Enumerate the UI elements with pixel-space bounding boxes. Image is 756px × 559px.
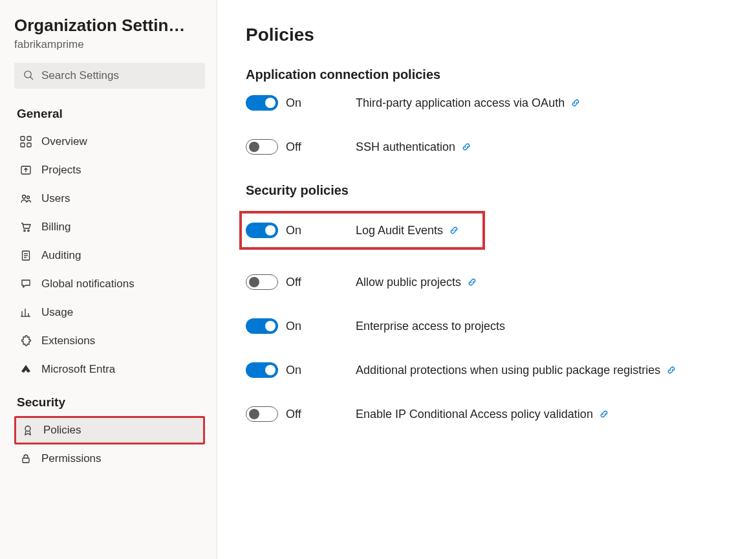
policy-row: OffEnable IP Conditional Access policy v…	[246, 406, 725, 422]
main-content: Policies Application connection policies…	[217, 0, 756, 559]
sidebar-item-label: Users	[41, 192, 70, 205]
toggle[interactable]	[246, 95, 278, 111]
sidebar-item-projects[interactable]: Projects	[14, 156, 205, 184]
toggle[interactable]	[246, 223, 278, 238]
toggle-state-label: Off	[286, 140, 301, 154]
policy-row: OffSSH authentication	[246, 139, 725, 155]
policy-label: Third-party application access via OAuth	[356, 96, 565, 110]
svg-line-1	[30, 77, 33, 80]
svg-rect-2	[21, 137, 25, 140]
toggle-state-label: On	[286, 320, 301, 333]
sidebar-item-label: Billing	[41, 221, 70, 234]
policy-label: Allow public projects	[356, 276, 461, 289]
toggle[interactable]	[246, 318, 278, 334]
policy-row: OffAllow public projects	[246, 274, 725, 290]
org-name: fabrikamprime	[14, 38, 205, 51]
toggle-state-label: Off	[286, 276, 301, 289]
section-title: Application connection policies	[246, 67, 725, 82]
grid-icon	[19, 135, 32, 148]
link-icon[interactable]	[468, 278, 477, 287]
svg-point-8	[27, 196, 30, 199]
policy-label: Additional protections when using public…	[356, 364, 660, 377]
svg-point-10	[28, 230, 29, 231]
sidebar-item-label: Overview	[41, 135, 87, 148]
sidebar-item-permissions[interactable]: Permissions	[14, 444, 205, 473]
toggle-state-label: On	[286, 96, 301, 110]
sidebar-item-microsoft-entra[interactable]: Microsoft Entra	[14, 355, 205, 384]
sidebar-item-billing[interactable]: Billing	[14, 213, 205, 241]
link-icon[interactable]	[667, 366, 676, 375]
cart-icon	[19, 221, 32, 234]
policy-row: OnThird-party application access via OAu…	[246, 95, 725, 111]
link-icon[interactable]	[462, 142, 471, 151]
sidebar-item-global-notifications[interactable]: Global notifications	[14, 270, 205, 298]
sidebar-item-auditing[interactable]: Auditing	[14, 241, 205, 270]
toggle-state-label: On	[286, 364, 301, 377]
toggle[interactable]	[246, 362, 278, 378]
link-icon[interactable]	[599, 410, 609, 419]
sidebar-item-policies[interactable]: Policies	[14, 416, 205, 444]
sidebar-title: Organization Settin…	[14, 16, 205, 36]
nav-group-header: General	[14, 107, 205, 121]
toggle-state-label: On	[286, 224, 301, 237]
policy-row: OnLog Audit Events	[239, 211, 485, 250]
entra-icon	[19, 363, 32, 376]
sidebar-item-label: Permissions	[41, 452, 102, 465]
search-box[interactable]	[14, 63, 205, 89]
policy-label: Enable IP Conditional Access policy vali…	[356, 408, 593, 421]
policy-label: SSH authentication	[356, 140, 455, 154]
link-icon[interactable]	[571, 98, 580, 107]
toggle-state-label: Off	[286, 408, 301, 421]
svg-rect-3	[27, 137, 31, 140]
policy-label: Log Audit Events	[356, 224, 443, 237]
svg-point-9	[24, 230, 25, 231]
toggle[interactable]	[246, 274, 278, 290]
nav-group-header: Security	[14, 395, 205, 410]
search-icon	[23, 70, 41, 82]
sidebar-item-users[interactable]: Users	[14, 184, 205, 213]
sidebar-item-label: Policies	[43, 424, 81, 437]
sidebar-item-label: Usage	[41, 306, 73, 319]
svg-rect-20	[23, 458, 29, 463]
policy-row: OnAdditional protections when using publ…	[246, 362, 725, 378]
policy-row: OnEnterprise access to projects	[246, 318, 725, 334]
lock-icon	[19, 452, 32, 465]
chart-icon	[19, 306, 32, 319]
svg-point-19	[25, 426, 30, 432]
section-title: Security policies	[246, 183, 725, 198]
sidebar-item-label: Projects	[41, 164, 81, 177]
toggle[interactable]	[246, 139, 278, 155]
sidebar-item-label: Extensions	[41, 334, 95, 347]
document-icon	[19, 249, 32, 262]
sidebar-item-extensions[interactable]: Extensions	[14, 327, 205, 355]
sidebar-item-label: Microsoft Entra	[41, 363, 115, 376]
page-title: Policies	[246, 25, 725, 45]
sidebar-item-usage[interactable]: Usage	[14, 298, 205, 327]
svg-rect-4	[21, 143, 25, 147]
puzzle-icon	[19, 334, 32, 347]
policy-label: Enterprise access to projects	[356, 320, 505, 333]
search-input[interactable]	[41, 69, 196, 82]
comment-icon	[19, 278, 32, 290]
toggle[interactable]	[246, 406, 278, 422]
sidebar-item-overview[interactable]: Overview	[14, 127, 205, 156]
sidebar-item-label: Auditing	[41, 249, 81, 262]
link-icon[interactable]	[449, 226, 459, 235]
svg-point-0	[25, 71, 31, 77]
users-icon	[19, 192, 32, 205]
sidebar: Organization Settin… fabrikamprime Gener…	[0, 0, 217, 559]
svg-point-7	[23, 195, 26, 199]
svg-rect-5	[27, 143, 31, 147]
badge-icon	[21, 424, 34, 437]
upload-folder-icon	[19, 164, 32, 177]
sidebar-item-label: Global notifications	[41, 278, 135, 290]
